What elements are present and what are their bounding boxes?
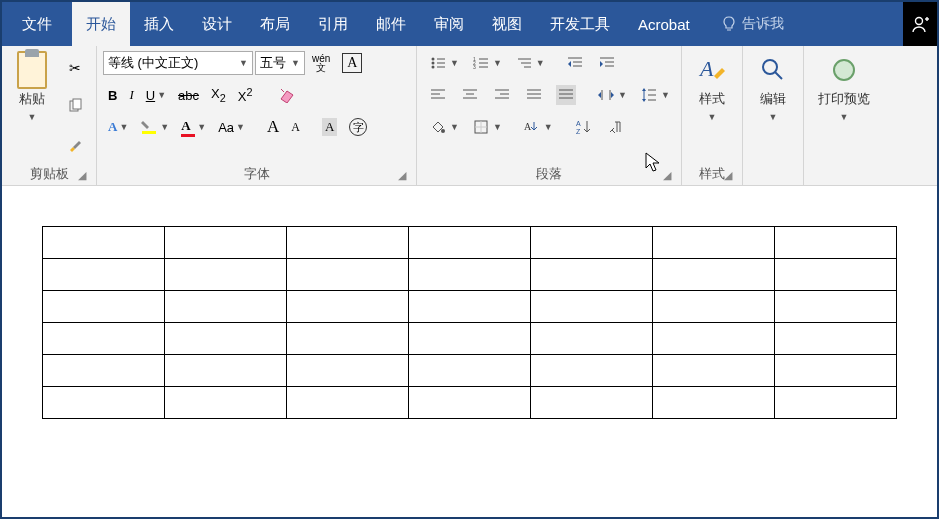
table-cell[interactable] [409,259,531,291]
table-row[interactable] [43,387,897,419]
table-cell[interactable] [43,291,165,323]
font-name-select[interactable]: 等线 (中文正文)▼ [103,51,253,75]
tab-insert[interactable]: 插入 [130,2,188,46]
bold-button[interactable]: B [103,85,122,106]
tab-view[interactable]: 视图 [478,2,536,46]
table-cell[interactable] [653,259,775,291]
table-cell[interactable] [531,227,653,259]
table-cell[interactable] [409,387,531,419]
clear-format-button[interactable] [273,82,303,108]
tab-home[interactable]: 开始 [72,2,130,46]
table-cell[interactable] [165,227,287,259]
share-button[interactable] [903,2,937,46]
tab-layout[interactable]: 布局 [246,2,304,46]
numbering-button[interactable]: 123▼ [466,50,507,76]
editing-button[interactable]: 编辑 ▼ [749,50,797,181]
table-cell[interactable] [287,259,409,291]
table-cell[interactable] [409,355,531,387]
phonetic-guide-button[interactable]: wén文 [307,51,335,75]
dialog-launcher-icon[interactable]: ◢ [396,169,408,181]
align-left-button[interactable] [423,82,453,108]
table-row[interactable] [43,355,897,387]
table-cell[interactable] [409,227,531,259]
character-border-button[interactable]: A [337,50,367,76]
dialog-launcher-icon[interactable]: ◢ [722,169,734,181]
table-cell[interactable] [531,355,653,387]
format-painter-button[interactable] [60,132,90,158]
table-cell[interactable] [287,291,409,323]
decrease-indent-button[interactable] [560,50,590,76]
tell-me[interactable]: 告诉我 [710,2,796,46]
table-cell[interactable] [165,387,287,419]
table-cell[interactable] [165,291,287,323]
tab-references[interactable]: 引用 [304,2,362,46]
table-cell[interactable] [531,323,653,355]
print-preview-button[interactable]: 打印预览 ▼ [810,50,878,181]
table-cell[interactable] [43,323,165,355]
subscript-button[interactable]: X2 [206,83,231,107]
text-effects-button[interactable]: A▼ [103,116,133,138]
table-cell[interactable] [287,355,409,387]
table-cell[interactable] [287,227,409,259]
table-cell[interactable] [409,323,531,355]
table-cell[interactable] [775,227,897,259]
show-marks-button[interactable] [600,114,630,140]
grow-font-button[interactable]: A [262,114,284,140]
table-cell[interactable] [531,291,653,323]
table-cell[interactable] [409,291,531,323]
table-row[interactable] [43,259,897,291]
table-cell[interactable] [775,291,897,323]
dialog-launcher-icon[interactable]: ◢ [661,169,673,181]
align-distribute-button[interactable] [551,82,581,108]
bullets-button[interactable]: ▼ [423,50,464,76]
change-case-button[interactable]: Aa▼ [213,117,250,138]
highlight-button[interactable]: ▼ [135,115,174,139]
styles-button[interactable]: A 样式 ▼ [688,50,736,163]
tab-review[interactable]: 审阅 [420,2,478,46]
char-shading-button[interactable]: A [317,115,342,139]
text-direction-button[interactable]: A▼ [517,114,558,140]
paste-button[interactable]: 粘贴 ▼ [8,50,56,163]
table-cell[interactable] [653,387,775,419]
borders-button[interactable]: ▼ [466,114,507,140]
table-cell[interactable] [653,355,775,387]
table-row[interactable] [43,323,897,355]
tab-design[interactable]: 设计 [188,2,246,46]
shading-button[interactable]: ▼ [423,114,464,140]
table-cell[interactable] [165,259,287,291]
font-color-button[interactable]: A▼ [176,115,211,140]
table-cell[interactable] [653,323,775,355]
tab-mailings[interactable]: 邮件 [362,2,420,46]
tab-developer[interactable]: 开发工具 [536,2,624,46]
superscript-button[interactable]: X2 [233,83,258,107]
table-cell[interactable] [531,387,653,419]
copy-button[interactable] [60,93,90,119]
table-cell[interactable] [43,355,165,387]
table-cell[interactable] [653,291,775,323]
multilevel-button[interactable]: ▼ [509,50,550,76]
italic-button[interactable]: I [124,84,138,106]
table-cell[interactable] [775,355,897,387]
increase-indent-button[interactable] [592,50,622,76]
table-cell[interactable] [165,323,287,355]
table-cell[interactable] [775,387,897,419]
table-cell[interactable] [775,323,897,355]
table-row[interactable] [43,291,897,323]
line-spacing-button[interactable]: ▼ [634,82,675,108]
align-center-button[interactable] [455,82,485,108]
table-cell[interactable] [287,387,409,419]
cut-button[interactable]: ✂ [60,55,90,81]
table-cell[interactable] [775,259,897,291]
font-size-select[interactable]: 五号▼ [255,51,305,75]
table-cell[interactable] [43,227,165,259]
shrink-font-button[interactable]: A [286,117,305,138]
strikethrough-button[interactable]: abc [173,85,204,106]
char-spacing-button[interactable]: ▼ [591,82,632,108]
table-cell[interactable] [165,355,287,387]
align-right-button[interactable] [487,82,517,108]
underline-button[interactable]: U▼ [141,85,171,106]
tab-file[interactable]: 文件 [2,2,72,46]
tab-acrobat[interactable]: Acrobat [624,2,704,46]
document-table[interactable] [42,226,897,419]
sort-button[interactable]: AZ [568,114,598,140]
